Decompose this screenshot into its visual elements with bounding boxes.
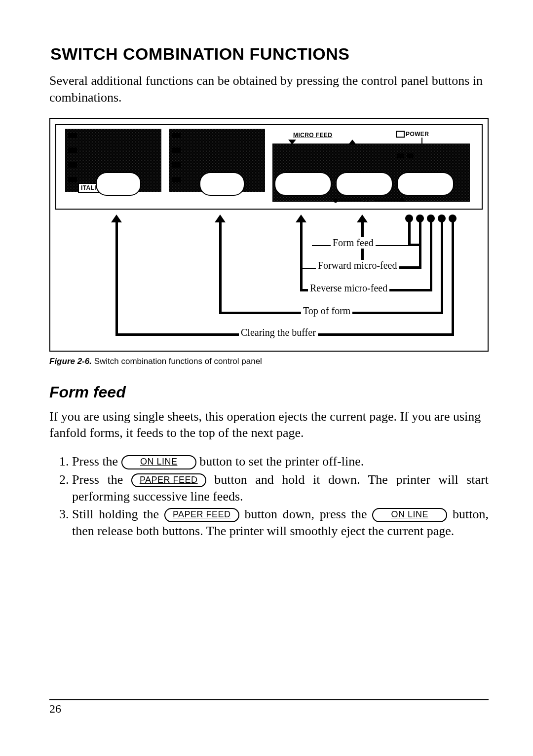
ff-label: FF — [363, 197, 371, 204]
connector-line — [421, 138, 422, 144]
indicator-icon — [407, 153, 414, 158]
panel-button-2 — [199, 172, 245, 196]
form-feed-intro: If you are using single sheets, this ope… — [49, 408, 489, 442]
bracket-line — [441, 221, 443, 314]
figure-frame: ITALIC MICRO FEED POWER FF — [49, 118, 489, 352]
page-footer: 26 — [49, 699, 489, 716]
on-line-button-label: ON LINE — [372, 508, 447, 522]
figure-number: Figure 2-6. — [49, 357, 92, 366]
on-line-button-label: ON LINE — [121, 455, 196, 469]
intro-paragraph: Several additional functions can be obta… — [49, 72, 489, 106]
panel-button-3 — [274, 172, 332, 196]
page-number: 26 — [49, 702, 489, 716]
panel-button-1 — [96, 172, 141, 196]
label-clearing-buffer: Clearing the buffer — [239, 327, 318, 338]
step-1-text-b: button to set the printer off-line. — [199, 454, 364, 468]
label-rev-micro: Reverse micro-feed — [308, 283, 389, 294]
panel-button-4 — [336, 172, 393, 196]
bracket-line — [219, 221, 222, 314]
panel-button-5 — [397, 172, 454, 196]
bracket-line — [408, 244, 419, 246]
indicator-icon — [172, 133, 181, 138]
subheading-form-feed: Form feed — [49, 383, 489, 401]
ff-line — [375, 200, 398, 201]
power-led-icon — [396, 131, 405, 138]
bracket-line — [452, 221, 454, 336]
step-3-text-a: Still holding the — [72, 507, 164, 521]
step-2-text-a: Press the — [72, 472, 131, 487]
label-form-feed: Form feed — [331, 237, 376, 249]
step-1: Press the ON LINE button to set the prin… — [72, 453, 489, 470]
bracket-line — [115, 221, 118, 336]
step-2: Press the PAPER FEED button and hold it … — [72, 471, 489, 505]
ff-dot-icon — [334, 199, 338, 203]
bracket-line — [300, 221, 303, 291]
arrow-up-icon — [399, 197, 406, 202]
footer-rule — [49, 699, 489, 701]
arrow-down-icon — [288, 140, 296, 144]
bracket-line — [408, 221, 411, 246]
indicator-icon — [172, 177, 181, 182]
label-fwd-micro: Forward micro-feed — [316, 260, 399, 271]
paper-feed-button-label: PAPER FEED — [131, 473, 206, 488]
control-panel-diagram: ITALIC MICRO FEED POWER FF — [55, 124, 483, 210]
indicator-icon — [397, 153, 404, 158]
figure-caption-text: Switch combination functions of control … — [92, 357, 262, 366]
indicator-icon — [172, 147, 181, 153]
bracket-diagram: Form feed Forward micro-feed Reverse mic… — [55, 213, 483, 346]
indicator-icon — [68, 133, 77, 138]
label-top-of-form: Top of form — [301, 305, 352, 317]
step-1-text-a: Press the — [72, 454, 121, 468]
micro-feed-label: MICRO FEED — [293, 132, 332, 139]
arrow-up-icon — [348, 140, 356, 144]
indicator-icon — [68, 147, 77, 153]
indicator-icon — [172, 162, 181, 168]
power-label: POWER — [406, 131, 429, 138]
step-3: Still holding the PAPER FEED button down… — [72, 506, 489, 540]
figure-caption: Figure 2-6. Switch combination functions… — [49, 357, 489, 366]
indicator-icon — [68, 177, 77, 182]
steps-list: Press the ON LINE button to set the prin… — [49, 453, 489, 540]
indicator-icon — [68, 162, 77, 168]
page-heading: SWITCH COMBINATION FUNCTIONS — [50, 44, 489, 64]
paper-feed-button-label: PAPER FEED — [164, 508, 239, 522]
bracket-line — [430, 221, 432, 291]
step-3-text-b: button down, press the — [244, 507, 372, 521]
ff-line — [339, 200, 361, 201]
